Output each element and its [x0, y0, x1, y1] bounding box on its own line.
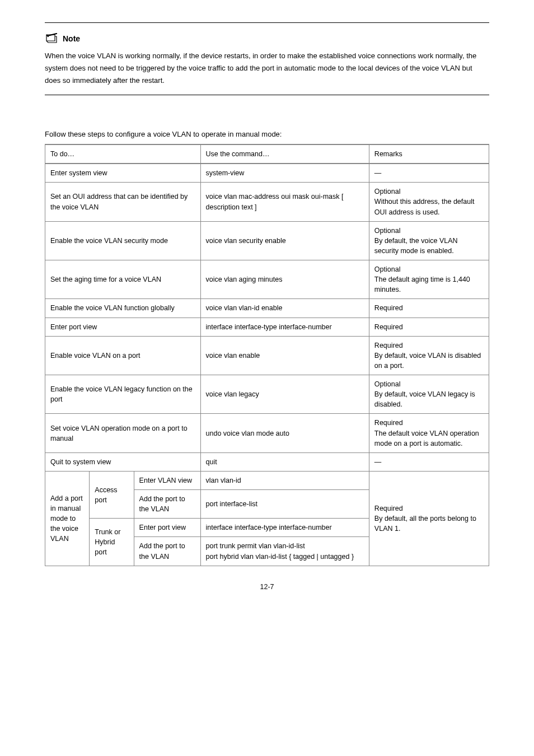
cell-rem: Required — [369, 318, 489, 336]
cell-rem: Required — [369, 299, 489, 318]
cell-todo: Enable the voice VLAN security mode — [45, 221, 201, 260]
cell-rem: OptionalBy default, the voice VLAN secur… — [369, 221, 489, 260]
cell-rem: RequiredBy default, all the ports belong… — [369, 471, 489, 566]
cell-todo: Enable the voice VLAN legacy function on… — [45, 375, 201, 414]
cell-subtodo: Add the port to the VLAN — [134, 490, 200, 519]
top-rule — [45, 22, 489, 23]
table-row: Quit to system view quit — — [45, 452, 489, 471]
cell-rem: — — [369, 164, 489, 183]
table-row: Set the aging time for a voice VLAN voic… — [45, 260, 489, 299]
cell-todo: Enter system view — [45, 164, 201, 183]
cell-use: voice vlan aging minutes — [200, 260, 369, 299]
table-row: Enable the voice VLAN legacy function on… — [45, 375, 489, 414]
cell-use: voice vlan legacy — [200, 375, 369, 414]
table-row: Set an OUI address that can be identifie… — [45, 183, 489, 221]
table-row: Set voice VLAN operation mode on a port … — [45, 414, 489, 452]
table-caption: Follow these steps to configure a voice … — [45, 129, 489, 141]
cell-use: voice vlan enable — [200, 336, 369, 375]
cell-use: interface interface-type interface-numbe… — [200, 519, 369, 537]
cell-use: voice vlan mac-address oui mask oui-mask… — [200, 183, 369, 221]
cell-todo: Enable the voice VLAN function globally — [45, 299, 201, 318]
cell-use: vlan vlan-id — [200, 471, 369, 489]
cell-subtodo: Enter port view — [134, 519, 200, 537]
table-row: Enter system view system-view — — [45, 164, 489, 183]
cell-group-todo: Add a port in manual mode to the voice V… — [45, 471, 90, 566]
cell-use: port interface-list — [200, 490, 369, 519]
cell-todo: Set voice VLAN operation mode on a port … — [45, 414, 201, 452]
cell-todo: Set an OUI address that can be identifie… — [45, 183, 201, 221]
table-row: Enable the voice VLAN function globally … — [45, 299, 489, 318]
cell-rem: OptionalThe default aging time is 1,440 … — [369, 260, 489, 299]
cell-todo: Quit to system view — [45, 452, 201, 471]
bottom-rule — [45, 95, 489, 95]
cell-use: undo voice vlan mode auto — [200, 414, 369, 452]
note-label: Note — [63, 34, 80, 43]
cell-port-type: Access port — [90, 471, 134, 518]
cell-todo: Enable voice VLAN on a port — [45, 336, 201, 375]
cell-use: voice vlan vlan-id enable — [200, 299, 369, 318]
page-number: 12-7 — [45, 583, 489, 591]
cell-use: interface interface-type interface-numbe… — [200, 318, 369, 336]
cell-rem: RequiredBy default, voice VLAN is disabl… — [369, 336, 489, 375]
col-header-use: Use the command… — [200, 144, 369, 164]
cell-use: system-view — [200, 164, 369, 183]
col-header-remarks: Remarks — [369, 144, 489, 164]
cell-use: voice vlan security enable — [200, 221, 369, 260]
table-row: Enable voice VLAN on a port voice vlan e… — [45, 336, 489, 375]
config-table: To do… Use the command… Remarks Enter sy… — [45, 144, 489, 566]
note-heading: Note — [45, 33, 489, 44]
table-row: Enter port view interface interface-type… — [45, 318, 489, 336]
cell-rem: OptionalBy default, voice VLAN legacy is… — [369, 375, 489, 414]
cell-todo: Enter port view — [45, 318, 201, 336]
note-icon — [45, 33, 59, 44]
note-body: When the voice VLAN is working normally,… — [45, 50, 489, 87]
table-row: Enable the voice VLAN security mode voic… — [45, 221, 489, 260]
cell-port-type: Trunk or Hybrid port — [90, 519, 134, 566]
cell-use: port trunk permit vlan vlan-id-listport … — [200, 537, 369, 566]
cell-todo: Set the aging time for a voice VLAN — [45, 260, 201, 299]
cell-rem: OptionalWithout this address, the defaul… — [369, 183, 489, 221]
col-header-todo: To do… — [45, 144, 201, 164]
cell-rem: RequiredThe default voice VLAN operation… — [369, 414, 489, 452]
cell-subtodo: Add the port to the VLAN — [134, 537, 200, 566]
cell-use: quit — [200, 452, 369, 471]
table-row: Add a port in manual mode to the voice V… — [45, 471, 489, 489]
cell-rem: — — [369, 452, 489, 471]
cell-subtodo: Enter VLAN view — [134, 471, 200, 489]
table-header-row: To do… Use the command… Remarks — [45, 144, 489, 164]
